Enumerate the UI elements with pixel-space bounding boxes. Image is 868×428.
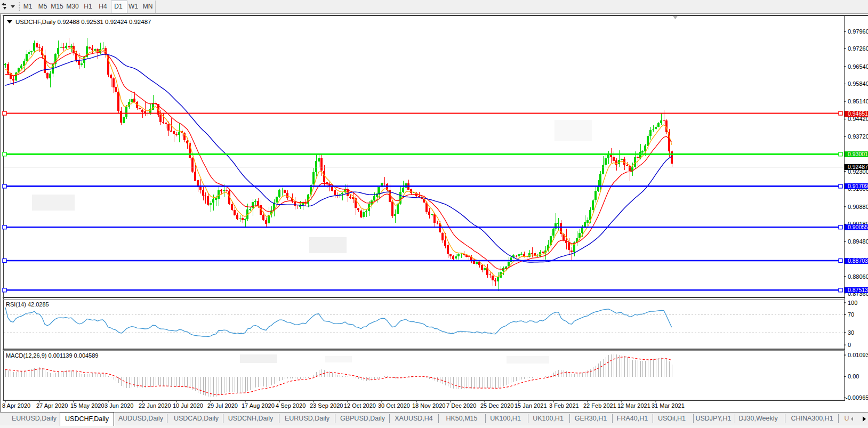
svg-text:12 Mar 2021: 12 Mar 2021 [617,402,650,409]
svg-text:0.87513: 0.87513 [848,287,868,293]
svg-text:0.93720: 0.93720 [848,133,868,140]
svg-text:0.90880: 0.90880 [848,204,868,210]
svg-text:25 Dec 2020: 25 Dec 2020 [480,402,513,409]
svg-text:3 Feb 2021: 3 Feb 2021 [549,402,579,409]
svg-text:10 Jul 2020: 10 Jul 2020 [173,402,203,409]
svg-text:30 Oct 2020: 30 Oct 2020 [378,402,410,409]
svg-text:0: 0 [848,342,851,348]
svg-text:70: 70 [848,311,854,318]
svg-text:12 Oct 2020: 12 Oct 2020 [344,402,376,409]
svg-text:USDCHF,Daily 0.92488 0.92531: USDCHF,Daily 0.92488 0.92531 0.92424 0.9… [15,19,151,25]
svg-text:29 Jul 2020: 29 Jul 2020 [207,402,238,409]
svg-text:MACD(12,26,9) 0.001139 0.00458: MACD(12,26,9) 0.001139 0.004589 [6,352,98,359]
svg-text:0.92487: 0.92487 [848,164,868,170]
svg-text:0.88060: 0.88060 [848,273,868,280]
svg-text:22 Feb 2021: 22 Feb 2021 [583,402,616,409]
svg-text:4 Sep 2020: 4 Sep 2020 [276,402,306,409]
svg-text:0.90055: 0.90055 [848,224,868,230]
svg-text:18 Nov 2020: 18 Nov 2020 [412,402,445,409]
svg-text:0.95140: 0.95140 [848,98,868,104]
svg-text:31 Mar 2021: 31 Mar 2021 [652,402,685,409]
svg-text:0.94651: 0.94651 [848,110,868,117]
svg-text:3 Jun 2020: 3 Jun 2020 [105,402,133,409]
svg-text:0.00: 0.00 [848,373,859,379]
svg-text:0.89480: 0.89480 [848,238,868,245]
svg-text:0.97960: 0.97960 [848,28,868,35]
svg-text:30: 30 [848,329,854,336]
svg-text:-0.009653: -0.009653 [846,394,868,401]
svg-text:7 Dec 2020: 7 Dec 2020 [446,402,476,409]
svg-text:22 Jun 2020: 22 Jun 2020 [139,402,171,409]
svg-text:100: 100 [848,300,857,306]
svg-text:0.96540: 0.96540 [848,63,868,70]
svg-text:17 Aug 2020: 17 Aug 2020 [242,402,275,409]
svg-text:0.97260: 0.97260 [848,45,868,52]
svg-text:0.95840: 0.95840 [848,80,868,87]
svg-text:0.91709: 0.91709 [848,183,868,189]
svg-text:0.010933: 0.010933 [848,352,868,358]
svg-text:23 Sep 2020: 23 Sep 2020 [310,402,343,409]
svg-text:0.93001: 0.93001 [848,151,868,157]
svg-text:0.88703: 0.88703 [848,257,868,264]
svg-text:27 Apr 2020: 27 Apr 2020 [36,402,68,409]
svg-text:15 May 2020: 15 May 2020 [70,402,105,409]
svg-text:8 Apr 2020: 8 Apr 2020 [2,402,30,409]
svg-text:RSI(14) 42.0285: RSI(14) 42.0285 [6,301,49,308]
svg-text:15 Jan 2021: 15 Jan 2021 [515,402,547,409]
